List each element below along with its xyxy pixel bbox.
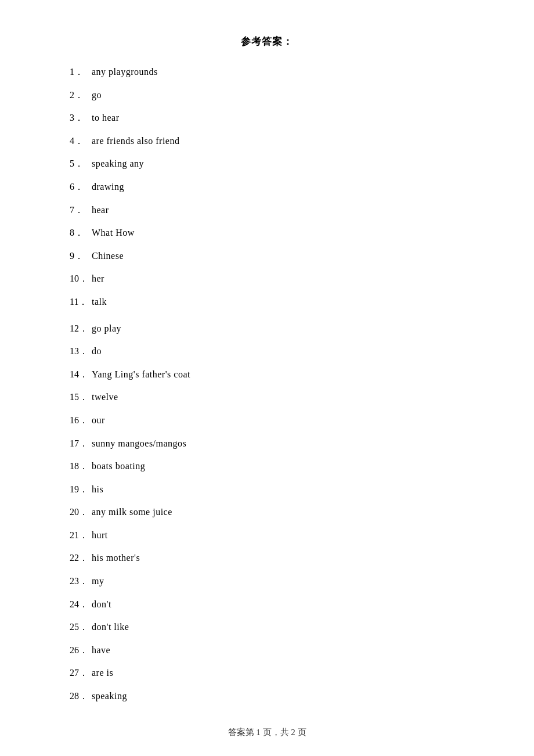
answer-content: any milk some juice — [92, 505, 172, 520]
answer-item: 9．Chinese — [70, 249, 464, 264]
answer-number: 12． — [70, 321, 92, 336]
answer-number: 3． — [70, 110, 92, 125]
answer-number: 17． — [70, 436, 92, 451]
answer-content: do — [92, 344, 102, 359]
answer-content: Yang Ling's father's coat — [92, 367, 190, 382]
answer-number: 7． — [70, 203, 92, 218]
answer-content: drawing — [92, 179, 124, 195]
answer-number: 13． — [70, 344, 92, 359]
answer-item: 19．his — [70, 482, 464, 497]
answer-content: go play — [92, 321, 121, 336]
answer-item: 5． speaking any — [70, 156, 464, 171]
answer-item: 16．our — [70, 413, 464, 428]
answer-content: any playgrounds — [92, 64, 158, 80]
answer-number: 18． — [70, 459, 92, 474]
answer-content: hear — [92, 203, 109, 218]
answer-item: 14． Yang Ling's father's coat — [70, 367, 464, 382]
answer-content: What How — [92, 225, 135, 240]
answer-item: 13．do — [70, 344, 464, 359]
answer-content: go — [92, 88, 102, 103]
answer-item: 12． go play — [70, 321, 464, 336]
answer-item: 2．go — [70, 88, 464, 103]
answer-item: 4． are friends also friend — [70, 134, 464, 149]
answer-number: 1． — [70, 64, 92, 80]
answer-number: 14． — [70, 367, 92, 382]
answer-item: 24．don't — [70, 597, 464, 612]
answer-item: 20． any milk some juice — [70, 505, 464, 520]
answer-item: 21．hurt — [70, 528, 464, 543]
answer-item: 22． his mother's — [70, 550, 464, 566]
answer-item: 25．don't like — [70, 620, 464, 635]
answer-number: 6． — [70, 179, 92, 195]
answer-number: 25． — [70, 620, 92, 635]
answer-item: 15．twelve — [70, 390, 464, 405]
answer-content: his mother's — [92, 550, 140, 566]
answer-item: 6．drawing — [70, 179, 464, 195]
answer-content: twelve — [92, 390, 118, 405]
answer-content: don't like — [92, 620, 129, 635]
answer-number: 20． — [70, 505, 92, 520]
page-title: 参考答案： — [70, 35, 464, 48]
answer-number: 9． — [70, 249, 92, 264]
answer-content: are friends also friend — [92, 134, 179, 149]
answer-list: 1． any playgrounds2．go3．to hear4． are fr… — [70, 64, 464, 704]
answer-number: 4． — [70, 134, 92, 149]
answer-item: 11．talk — [70, 294, 464, 309]
answer-item: 28．speaking — [70, 689, 464, 704]
answer-number: 11． — [70, 294, 92, 309]
answer-number: 19． — [70, 482, 92, 497]
answer-content: are is — [92, 665, 113, 681]
answer-number: 10． — [70, 271, 92, 286]
answer-number: 5． — [70, 156, 92, 171]
answer-number: 21． — [70, 528, 92, 543]
answer-number: 22． — [70, 550, 92, 566]
answer-content: my — [92, 574, 104, 589]
answer-content: talk — [92, 294, 107, 309]
answer-item: 1． any playgrounds — [70, 64, 464, 80]
answer-content: have — [92, 643, 110, 658]
answer-content: boats boating — [92, 459, 145, 474]
answer-number: 2． — [70, 88, 92, 103]
answer-number: 28． — [70, 689, 92, 704]
answer-item: 17． sunny mangoes/mangos — [70, 436, 464, 451]
answer-content: his — [92, 482, 103, 497]
answer-item: 10．her — [70, 271, 464, 286]
answer-content: speaking — [92, 689, 127, 704]
answer-content: to hear — [92, 110, 119, 125]
answer-number: 16． — [70, 413, 92, 428]
answer-item: 3．to hear — [70, 110, 464, 125]
answer-content: sunny mangoes/mangos — [92, 436, 186, 451]
answer-number: 27． — [70, 665, 92, 681]
answer-item: 7．hear — [70, 203, 464, 218]
answer-content: don't — [92, 597, 111, 612]
answer-content: speaking any — [92, 156, 144, 171]
answer-content: Chinese — [92, 249, 124, 264]
answer-item: 27． are is — [70, 665, 464, 681]
answer-content: our — [92, 413, 105, 428]
answer-number: 15． — [70, 390, 92, 405]
answer-item: 23．my — [70, 574, 464, 589]
answer-item: 26．have — [70, 643, 464, 658]
page-footer: 答案第 1 页，共 2 页 — [70, 727, 464, 738]
answer-number: 8． — [70, 225, 92, 240]
answer-item: 8． What How — [70, 225, 464, 240]
answer-content: her — [92, 271, 104, 286]
answer-number: 26． — [70, 643, 92, 658]
answer-number: 24． — [70, 597, 92, 612]
answer-number: 23． — [70, 574, 92, 589]
answer-content: hurt — [92, 528, 108, 543]
answer-item: 18． boats boating — [70, 459, 464, 474]
